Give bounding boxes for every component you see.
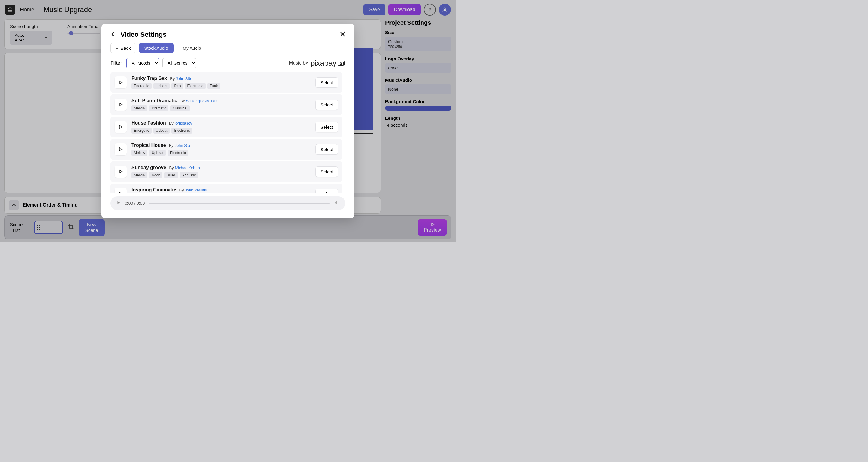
select-track-button[interactable]: Select [315,122,338,133]
play-icon [118,80,123,85]
track-play-button[interactable] [115,76,127,88]
track-author-link[interactable]: John Sib [176,76,191,81]
track-play-button[interactable] [115,121,127,133]
play-icon [118,102,123,107]
track-row: Sunday groove By MichaelKobrin MellowRoc… [110,161,342,182]
track-tag: Blues [164,172,178,178]
player-time: 0:00 / 0:00 [125,201,145,206]
track-by-label: By John Sib [169,143,190,148]
moods-select[interactable]: All Moods [126,58,159,68]
track-row: Inspiring Cinematic By John Yasutis Dram… [110,184,342,193]
play-icon [118,147,123,152]
track-tag: Classical [170,105,190,111]
track-by-label: By MichaelKobrin [169,166,200,170]
track-tag: Energetic [131,127,152,134]
play-icon [118,169,123,174]
play-icon [118,192,123,193]
play-icon [118,124,123,129]
pixabay-logo[interactable]: pixabay [310,58,345,68]
track-row: Tropical House By John Sib MellowUpbeatE… [110,139,342,160]
track-by-label: By WinkingFoxMusic [180,98,217,103]
select-track-button[interactable]: Select [315,189,338,193]
track-tag: Upbeat [153,83,170,89]
track-title: Funky Trap Sax [131,76,167,81]
track-tag: Electronic [185,83,206,89]
track-title: House Fashion [131,120,166,126]
chevron-left-icon [110,32,115,36]
track-tag: Rap [172,83,183,89]
track-by-label: By jorikbasov [169,121,192,125]
close-button[interactable] [340,31,345,38]
track-author-link[interactable]: John Yasutis [185,188,207,193]
select-track-button[interactable]: Select [315,144,338,155]
play-icon [116,201,121,205]
track-list[interactable]: Funky Trap Sax By John Sib EnergeticUpbe… [110,72,345,193]
track-title: Sunday groove [131,165,166,170]
track-row: Funky Trap Sax By John Sib EnergeticUpbe… [110,72,342,93]
track-tag: Mellow [131,105,147,111]
track-row: Soft Piano Dramatic By WinkingFoxMusic M… [110,94,342,115]
modal-title: Video Settings [121,31,166,38]
track-tag: Rock [149,172,162,178]
volume-icon [334,200,339,205]
track-author-link[interactable]: WinkingFoxMusic [186,98,217,103]
track-play-button[interactable] [115,166,127,178]
track-title: Inspiring Cinematic [131,187,176,193]
select-track-button[interactable]: Select [315,99,338,110]
track-tag: Acoustic [180,172,198,178]
track-tag: Upbeat [149,150,166,156]
track-author-link[interactable]: John Sib [175,143,190,148]
tab-my-audio[interactable]: My Audio [177,43,207,53]
track-author-link[interactable]: MichaelKobrin [175,166,199,170]
track-tag: Electronic [167,150,188,156]
modal-back-chevron[interactable] [110,32,115,38]
track-title: Tropical House [131,143,166,148]
camera-icon [338,60,345,66]
track-tag: Upbeat [153,127,170,134]
player-progress[interactable] [149,203,330,204]
track-play-button[interactable] [115,188,127,193]
track-tag: Electronic [172,127,192,134]
track-tag: Mellow [131,150,147,156]
track-tag: Dramatic [149,105,168,111]
player-volume-button[interactable] [334,200,339,207]
track-title: Soft Piano Dramatic [131,98,177,104]
tab-stock-audio[interactable]: Stock Audio [139,43,174,53]
track-play-button[interactable] [115,98,127,111]
track-by-label: By John Yasutis [179,188,207,193]
track-row: House Fashion By jorikbasov EnergeticUpb… [110,117,342,137]
music-by-label: Music by [289,60,308,66]
select-track-button[interactable]: Select [315,77,338,88]
genres-select[interactable]: All Genres [162,58,196,68]
svg-point-2 [340,63,342,64]
track-tag: Funk [207,83,220,89]
track-play-button[interactable] [115,143,127,155]
select-track-button[interactable]: Select [315,167,338,177]
track-tag: Mellow [131,172,147,178]
track-by-label: By John Sib [170,76,191,81]
close-icon [340,31,345,37]
track-author-link[interactable]: jorikbasov [175,121,192,125]
player-play-button[interactable] [116,201,121,206]
svg-rect-1 [338,62,344,65]
audio-player: 0:00 / 0:00 [110,196,345,210]
video-settings-modal: Video Settings ← Back Stock Audio My Aud… [101,24,354,218]
filter-label: Filter [110,60,122,66]
track-tag: Energetic [131,83,152,89]
back-button[interactable]: ← Back [110,43,135,53]
